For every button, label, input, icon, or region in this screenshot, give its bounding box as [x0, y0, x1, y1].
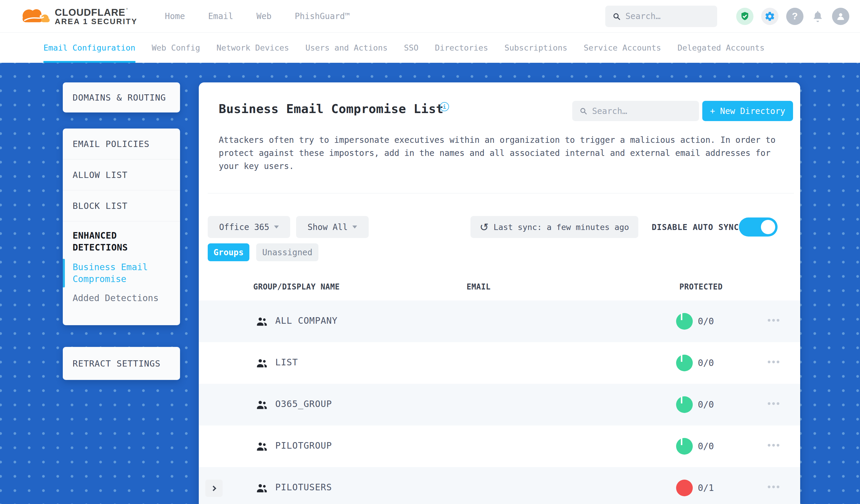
col-protected: PROTECTED	[679, 282, 722, 291]
disable-auto-sync-label: DISABLE AUTO SYNC	[652, 216, 739, 238]
row-menu-button[interactable]	[768, 319, 779, 322]
person-icon	[835, 11, 846, 22]
expand-row-button[interactable]	[205, 480, 223, 497]
tab-service-accounts[interactable]: Service Accounts	[584, 33, 661, 63]
tab-sso[interactable]: SSO	[404, 33, 419, 63]
sidebar-item-business-email-compromise[interactable]: Business Email Compromise	[73, 261, 171, 285]
nav-phishguard[interactable]: PhishGuard™	[295, 11, 350, 21]
sidebar-section-enhanced-detections: ENHANCED DETECTIONS Business Email Compr…	[63, 221, 180, 303]
protection-status-button[interactable]	[736, 8, 754, 25]
protected-status-icon	[676, 438, 693, 455]
protected-count: 0/0	[698, 399, 714, 410]
chevron-down-icon	[274, 226, 279, 229]
tab-web-config[interactable]: Web Config	[152, 33, 200, 63]
cloudflare-logo[interactable]: CLOUDFLARE' AREA 1 SECURITY	[17, 6, 138, 27]
protected-status-icon	[676, 355, 693, 371]
directory-filter-dropdown[interactable]: Office 365	[208, 216, 290, 238]
domains-routing-label: DOMAINS & ROUTING	[73, 92, 166, 103]
user-avatar[interactable]	[832, 8, 849, 25]
protected-count: 0/1	[698, 483, 714, 493]
directory-search[interactable]	[572, 101, 699, 121]
email-policies-label: EMAIL POLICIES	[73, 139, 149, 149]
view-tab-groups[interactable]: Groups	[208, 243, 249, 261]
group-name: ALL COMPANY	[275, 315, 338, 326]
info-icon[interactable]: i	[440, 102, 449, 111]
gear-icon	[764, 11, 775, 22]
group-name: LIST	[275, 357, 298, 368]
nav-home[interactable]: Home	[165, 11, 185, 21]
shield-check-icon	[740, 11, 750, 21]
tab-network-devices[interactable]: Network Devices	[216, 33, 289, 63]
row-menu-button[interactable]	[768, 444, 779, 447]
protected-status-icon	[676, 480, 693, 496]
sidebar-item-allow-list[interactable]: ALLOW LIST	[63, 159, 180, 190]
show-filter-dropdown[interactable]: Show All	[296, 216, 369, 238]
notifications-bell-icon[interactable]	[811, 9, 824, 24]
sidebar-item-retract-settings[interactable]: RETRACT SETTINGS	[63, 347, 180, 380]
protected-status-icon	[676, 396, 693, 413]
table-row[interactable]: ALL COMPANY 0/0	[199, 301, 800, 342]
group-icon	[255, 315, 269, 328]
top-bar: CLOUDFLARE' AREA 1 SECURITY Home Email W…	[0, 0, 860, 33]
protected-count: 0/0	[698, 441, 714, 451]
nav-web[interactable]: Web	[257, 11, 272, 21]
section-tabbar: Email Configuration Web Config Network D…	[0, 33, 860, 63]
group-icon	[255, 481, 269, 494]
global-search-input[interactable]	[626, 11, 710, 21]
table-row[interactable]: PILOTUSERS 0/1	[199, 467, 800, 504]
tab-email-configuration[interactable]: Email Configuration	[43, 33, 135, 63]
sidebar-item-added-detections[interactable]: Added Detections	[73, 293, 171, 303]
brand-subtitle: AREA 1 SECURITY	[55, 17, 138, 26]
tab-delegated-accounts[interactable]: Delegated Accounts	[677, 33, 765, 63]
auto-sync-toggle[interactable]	[739, 217, 777, 236]
row-menu-button[interactable]	[768, 361, 779, 363]
view-tab-unassigned[interactable]: Unassigned	[256, 243, 318, 261]
last-sync-button[interactable]: ↻ Last sync: a few minutes ago	[471, 216, 638, 238]
group-icon	[255, 440, 269, 453]
table-row[interactable]: LIST 0/0	[199, 342, 800, 384]
sidebar-item-block-list[interactable]: BLOCK LIST	[63, 190, 180, 221]
page-title: Business Email Compromise List	[219, 102, 444, 116]
toggle-knob	[761, 220, 775, 234]
col-email: EMAIL	[467, 282, 491, 291]
settings-button[interactable]	[761, 8, 778, 25]
brand-name: CLOUDFLARE	[55, 7, 125, 18]
last-sync-text: Last sync: a few minutes ago	[494, 222, 629, 232]
global-search[interactable]	[605, 6, 717, 27]
row-menu-button[interactable]	[768, 486, 779, 488]
question-mark-icon: ?	[792, 11, 798, 22]
nav-email[interactable]: Email	[208, 11, 233, 21]
row-menu-button[interactable]	[768, 402, 779, 405]
retract-settings-label: RETRACT SETTINGS	[73, 359, 160, 369]
sidebar-policies-card: EMAIL POLICIES ALLOW LIST BLOCK LIST ENH…	[63, 129, 180, 325]
cloudflare-cloud-icon	[17, 6, 52, 27]
protected-count: 0/0	[698, 316, 714, 326]
directory-filter-value: Office 365	[219, 222, 269, 232]
main-panel: Business Email Compromise List i + New D…	[199, 83, 800, 504]
table-row[interactable]: PILOTGROUP 0/0	[199, 426, 800, 467]
chevron-down-icon	[352, 226, 357, 229]
tab-users-and-actions[interactable]: Users and Actions	[305, 33, 387, 63]
allow-list-label: ALLOW LIST	[73, 170, 128, 180]
tab-directories[interactable]: Directories	[435, 33, 488, 63]
sidebar-item-domains-routing[interactable]: DOMAINS & ROUTING	[63, 83, 180, 113]
group-icon	[255, 357, 269, 370]
chevron-right-icon	[211, 486, 216, 491]
divider	[208, 193, 794, 193]
block-list-label: BLOCK LIST	[73, 201, 128, 211]
help-button[interactable]: ?	[786, 8, 803, 25]
enhanced-detections-label[interactable]: ENHANCED DETECTIONS	[73, 230, 171, 254]
show-filter-value: Show All	[308, 222, 348, 232]
new-directory-button[interactable]: + New Directory	[702, 101, 793, 121]
top-right-cluster: ?	[605, 6, 849, 27]
brand-trademark: '	[125, 7, 129, 13]
groups-table: ALL COMPANY 0/0 LIST 0/0 O365_	[199, 301, 800, 504]
table-header: GROUP/DISPLAY NAME EMAIL PROTECTED	[199, 282, 800, 300]
table-row[interactable]: O365_GROUP 0/0	[199, 384, 800, 426]
sidebar-item-email-policies[interactable]: EMAIL POLICIES	[63, 129, 180, 159]
search-icon	[613, 12, 621, 21]
group-name: O365_GROUP	[275, 399, 332, 409]
directory-search-input[interactable]	[592, 106, 692, 116]
tab-subscriptions[interactable]: Subscriptions	[504, 33, 567, 63]
sync-icon: ↻	[480, 221, 489, 233]
